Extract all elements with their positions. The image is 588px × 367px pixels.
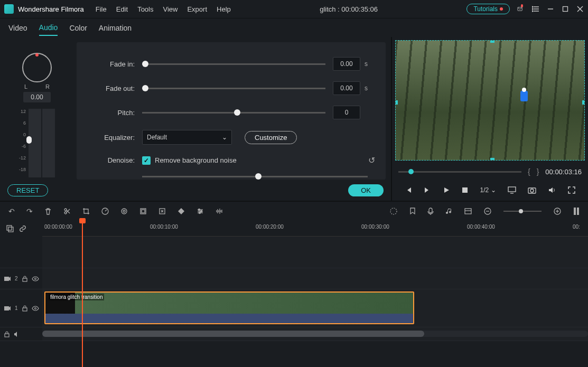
track-body[interactable]: filmora glitch transition: [42, 289, 588, 327]
keyframe-button[interactable]: [178, 208, 185, 215]
pan-knob[interactable]: [22, 53, 52, 82]
play-button[interactable]: [443, 186, 450, 194]
track-body[interactable]: [42, 327, 588, 341]
lock-icon[interactable]: [4, 331, 10, 337]
equalizer-select[interactable]: Default ⌄: [142, 130, 232, 145]
playhead[interactable]: [82, 221, 83, 367]
ruler-tick: 00:00:20:00: [256, 224, 284, 230]
ruler-tick: 00:00:40:00: [467, 224, 495, 230]
expand-button[interactable]: [158, 208, 166, 215]
delete-button[interactable]: [44, 208, 52, 215]
audio-wave-button[interactable]: [216, 208, 223, 215]
split-button[interactable]: [63, 208, 71, 215]
ruler-tick: 00:: [573, 224, 580, 230]
video-track-icon: [4, 276, 11, 282]
svg-rect-37: [429, 208, 432, 213]
equalizer-selected: Default: [147, 134, 167, 141]
brace-close-icon[interactable]: }: [537, 167, 539, 176]
customize-button[interactable]: Customize: [245, 131, 297, 144]
speed-button[interactable]: [101, 208, 109, 215]
mixer-button[interactable]: [389, 207, 398, 215]
fit-button[interactable]: [573, 207, 580, 215]
list-icon[interactable]: [532, 5, 539, 13]
stop-button[interactable]: [462, 187, 468, 193]
tab-audio[interactable]: Audio: [39, 20, 58, 36]
preview-viewport[interactable]: [395, 40, 585, 161]
svg-rect-46: [577, 208, 579, 215]
speaker-icon[interactable]: [14, 331, 20, 337]
display-icon[interactable]: [508, 186, 516, 194]
denoise-label: Denoise:: [87, 156, 135, 164]
eye-icon[interactable]: [32, 306, 39, 311]
track-body[interactable]: [42, 268, 588, 289]
menu-help[interactable]: Help: [217, 5, 231, 13]
minimize-button[interactable]: [547, 5, 554, 13]
chevron-down-icon: ⌄: [222, 134, 227, 141]
reset-button[interactable]: RESET: [7, 184, 48, 196]
next-frame-button[interactable]: [424, 186, 431, 194]
volume-slider[interactable]: [26, 136, 32, 144]
undo-button[interactable]: ↶: [8, 207, 15, 215]
vu-bar-right: [42, 109, 55, 177]
tab-animation[interactable]: Animation: [99, 21, 132, 35]
tab-color[interactable]: Color: [69, 21, 87, 35]
menu-edit[interactable]: Edit: [116, 5, 128, 13]
eye-icon[interactable]: [32, 276, 39, 281]
fadein-value[interactable]: 0.00: [333, 57, 360, 71]
tab-video[interactable]: Video: [8, 21, 27, 35]
layout-button[interactable]: [464, 208, 472, 214]
zoom-out-button[interactable]: [483, 207, 492, 215]
project-title: glitch : 00:00:35:06: [231, 5, 467, 13]
menu-file[interactable]: File: [96, 5, 107, 13]
fullscreen-icon[interactable]: [568, 186, 575, 194]
zoom-slider[interactable]: [503, 211, 542, 212]
playback-speed[interactable]: 1/2 ⌄: [480, 186, 496, 194]
pitch-slider[interactable]: [142, 112, 325, 114]
lock-icon[interactable]: [22, 305, 27, 312]
reset-icon[interactable]: ↺: [368, 155, 375, 165]
tutorials-button[interactable]: Tutorials: [466, 4, 510, 14]
fadein-slider[interactable]: [142, 63, 325, 65]
svg-rect-12: [508, 187, 516, 192]
svg-rect-45: [574, 208, 576, 215]
link-button[interactable]: [19, 225, 26, 232]
timeline-scrollbar[interactable]: [42, 331, 588, 337]
redo-button[interactable]: ↷: [26, 207, 33, 215]
volume-icon[interactable]: [548, 186, 556, 194]
pitch-value[interactable]: 0: [333, 106, 360, 119]
ruler-tick: 00:00:30:00: [361, 224, 389, 230]
timeline-clip[interactable]: filmora glitch transition: [44, 291, 414, 324]
fadeout-slider[interactable]: [142, 88, 325, 89]
music-button[interactable]: [445, 208, 453, 215]
zoom-in-button[interactable]: [553, 207, 562, 215]
svg-point-36: [390, 208, 397, 214]
record-button[interactable]: [427, 208, 434, 215]
adjust-button[interactable]: [197, 208, 204, 215]
marker-button[interactable]: [409, 208, 416, 215]
menu-view[interactable]: View: [163, 5, 178, 13]
snapshot-icon[interactable]: [528, 186, 536, 194]
denoise-slider[interactable]: [142, 176, 368, 177]
svg-point-15: [530, 189, 534, 192]
add-track-button[interactable]: [6, 225, 14, 232]
timeline-toolbar: ↶ ↷: [0, 201, 588, 221]
menu-tools[interactable]: Tools: [137, 5, 153, 13]
lock-icon[interactable]: [22, 276, 27, 282]
track-body[interactable]: [42, 237, 588, 268]
svg-rect-55: [5, 334, 9, 337]
fadeout-value[interactable]: 0.00: [333, 81, 360, 95]
preview-progress-slider[interactable]: [398, 171, 521, 173]
close-button[interactable]: [576, 5, 584, 13]
color-button[interactable]: [120, 208, 128, 215]
menu-export[interactable]: Export: [187, 5, 207, 13]
greenscreen-button[interactable]: [139, 208, 147, 215]
denoise-checkbox[interactable]: ✓: [142, 156, 151, 165]
mail-icon[interactable]: [517, 5, 525, 13]
timeline-ruler[interactable]: 00:00:00:00 00:00:10:00 00:00:20:00 00:0…: [42, 221, 588, 237]
crop-button[interactable]: [82, 208, 90, 215]
svg-point-5: [532, 8, 533, 10]
ok-button[interactable]: OK: [348, 184, 384, 196]
prev-frame-button[interactable]: [405, 186, 412, 194]
maximize-button[interactable]: [562, 5, 569, 13]
brace-open-icon[interactable]: {: [528, 167, 530, 176]
